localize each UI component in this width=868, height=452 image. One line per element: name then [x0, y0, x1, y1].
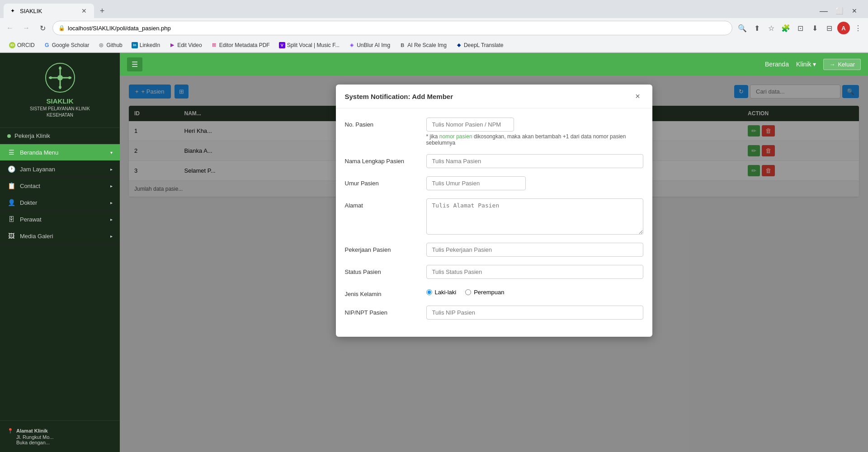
edit-video-favicon: ▶ [169, 42, 175, 48]
contact-label: Contact [20, 183, 40, 189]
app-container: SIAKLIK SISTEM PELAYANAN KLINIKKESEHATAN… [0, 53, 868, 452]
bookmark-edit-video[interactable]: ▶ Edit Video [165, 41, 206, 49]
browser-chrome: ✦ SIAKLIK ✕ + — ⬜ ✕ ← → ↻ 🔒 🔍 ⬆ ☆ 🧩 ⊡ ⬇ … [0, 0, 868, 53]
svg-point-4 [59, 67, 61, 70]
form-group-status: Status Pasien [345, 265, 643, 279]
sidebar-item-beranda-menu[interactable]: ☰ Beranda Menu ▾ [0, 144, 120, 161]
back-btn[interactable]: ← [4, 22, 16, 34]
logout-btn[interactable]: → Keluar [823, 59, 861, 70]
media-galeri-label: Media Galeri [20, 233, 53, 240]
bookmark-github-label: Github [106, 42, 122, 48]
sidebar-logo: SIAKLIK SISTEM PELAYANAN KLINIKKESEHATAN [0, 53, 120, 128]
forward-btn[interactable]: → [20, 22, 33, 34]
extensions-btn[interactable]: 🧩 [779, 22, 792, 34]
dokter-arrow: ▸ [110, 200, 113, 205]
nip-label: NIP/NPT Pasien [345, 306, 417, 316]
no-pasien-input[interactable] [426, 118, 514, 132]
close-window-btn[interactable]: ✕ [848, 5, 861, 17]
perempuan-radio[interactable] [465, 289, 471, 295]
bookmark-unblur-ai[interactable]: ◈ UnBlur AI Img [345, 41, 394, 49]
sidebar-item-perawat[interactable]: 🗄 Perawat ▸ [0, 211, 120, 228]
location-icon: 📍 [7, 428, 14, 434]
bookmark-split-vocal[interactable]: V Split Vocal | Music F... [275, 41, 344, 49]
sidebar-item-media-galeri[interactable]: 🖼 Media Galeri ▸ [0, 228, 120, 245]
maximize-btn[interactable]: ⬜ [833, 5, 845, 17]
hamburger-btn[interactable]: ☰ [127, 57, 142, 71]
active-tab[interactable]: ✦ SIAKLIK ✕ [4, 4, 94, 18]
beranda-nav-link[interactable]: Beranda [765, 61, 789, 68]
sidebar-item-contact[interactable]: 📋 Contact ▸ [0, 178, 120, 194]
logo-text: SIAKLIK [47, 97, 74, 105]
bookmark-google-scholar-label: Google Scholar [52, 42, 90, 48]
footer-address-label: Alamat Klinik [16, 428, 54, 433]
minimize-btn[interactable]: — [817, 5, 830, 17]
user-label: Pekerja Klinik [14, 132, 50, 139]
bookmark-btn[interactable]: ☆ [765, 22, 778, 34]
laki-laki-radio[interactable] [426, 289, 432, 295]
menu-btn[interactable]: ⋮ [852, 22, 864, 34]
status-label: Status Pasien [345, 265, 417, 275]
sidebar-item-dokter[interactable]: 👤 Dokter ▸ [0, 194, 120, 211]
bookmark-editor-metadata-pdf-label: Editor Metadata PDF [219, 42, 270, 48]
modal-header: System Notification: Add Member × [336, 85, 652, 108]
form-group-alamat: Alamat [345, 198, 643, 235]
address-input[interactable] [68, 25, 726, 32]
modal-close-btn[interactable]: × [632, 91, 643, 102]
bookmark-github[interactable]: ◎ Github [94, 41, 126, 49]
no-pasien-hint-link: nomor pasien [439, 133, 472, 140]
bookmark-edit-video-label: Edit Video [177, 42, 202, 48]
media-galeri-arrow: ▸ [110, 234, 113, 239]
main-content: ☰ Beranda Klinik ▾ → Keluar + + Pasien [120, 53, 868, 452]
status-input[interactable] [426, 265, 643, 279]
share-btn[interactable]: ⬆ [750, 22, 763, 34]
tab-title: SIAKLIK [20, 8, 76, 14]
klinik-nav-link[interactable]: Klinik ▾ [796, 61, 816, 68]
perawat-icon: 🗄 [7, 216, 15, 223]
alamat-textarea[interactable] [426, 198, 643, 235]
beranda-menu-label: Beranda Menu [20, 149, 58, 156]
top-navbar: ☰ Beranda Klinik ▾ → Keluar [120, 53, 868, 75]
form-group-pekerjaan: Pekerjaan Pasien [345, 243, 643, 257]
laki-laki-option[interactable]: Laki-laki [426, 289, 457, 296]
perempuan-option[interactable]: Perempuan [465, 289, 504, 296]
nama-input[interactable] [426, 154, 643, 168]
new-tab-btn[interactable]: + [96, 5, 108, 17]
svg-point-5 [59, 86, 61, 89]
bookmark-ai-re-scale[interactable]: B AI Re Scale Img [396, 41, 450, 49]
linkedin-favicon: in [132, 42, 138, 48]
nav-links: Beranda Klinik ▾ → Keluar [765, 59, 861, 70]
jam-layanan-arrow: ▸ [110, 167, 113, 172]
profile-btn[interactable]: A [837, 22, 850, 34]
browser-controls: ← → ↻ 🔒 🔍 ⬆ ☆ 🧩 ⊡ ⬇ ⊟ A ⋮ [0, 18, 868, 38]
pekerjaan-label: Pekerjaan Pasien [345, 243, 417, 253]
beranda-menu-icon: ☰ [7, 149, 15, 156]
bookmark-linkedin[interactable]: in LinkedIn [128, 41, 164, 49]
sidebar-item-jam-layanan[interactable]: 🕐 Jam Layanan ▸ [0, 161, 120, 178]
sidebar-toggle-btn[interactable]: ⊟ [823, 22, 835, 34]
pekerjaan-input[interactable] [426, 243, 643, 257]
bookmark-deepl-label: DeepL Translate [464, 42, 504, 48]
nip-input[interactable] [426, 306, 643, 320]
user-badge: Pekerja Klinik [0, 128, 120, 144]
download-btn[interactable]: ⬇ [808, 22, 821, 34]
bookmark-google-scholar[interactable]: G Google Scholar [40, 41, 93, 49]
beranda-menu-arrow: ▾ [110, 150, 113, 155]
no-pasien-hint: * jika nomor pasien dikosongkan, maka ak… [426, 133, 643, 146]
umur-input[interactable] [426, 176, 526, 190]
sync-btn[interactable]: ⊡ [794, 22, 807, 34]
browser-actions: 🔍 ⬆ ☆ 🧩 ⊡ ⬇ ⊟ A ⋮ [736, 22, 864, 34]
sidebar-nav: ☰ Beranda Menu ▾ 🕐 Jam Layanan ▸ 📋 Conta… [0, 144, 120, 420]
umur-label: Umur Pasien [345, 176, 417, 187]
reload-btn[interactable]: ↻ [36, 22, 49, 34]
media-galeri-icon: 🖼 [7, 232, 15, 240]
add-member-modal: System Notification: Add Member × No. Pa… [336, 85, 652, 337]
search-icon-btn[interactable]: 🔍 [736, 22, 749, 34]
bookmark-orcid[interactable]: iD ORCID [5, 41, 38, 49]
tab-bar: ✦ SIAKLIK ✕ + — ⬜ ✕ [0, 0, 868, 18]
svg-point-6 [49, 76, 52, 79]
tab-close-btn[interactable]: ✕ [80, 6, 89, 15]
form-group-umur: Umur Pasien [345, 176, 643, 190]
bookmark-editor-metadata-pdf[interactable]: ⊞ Editor Metadata PDF [208, 41, 274, 49]
jam-layanan-label: Jam Layanan [20, 166, 55, 173]
bookmark-deepl-translate[interactable]: ◆ DeepL Translate [452, 41, 507, 49]
